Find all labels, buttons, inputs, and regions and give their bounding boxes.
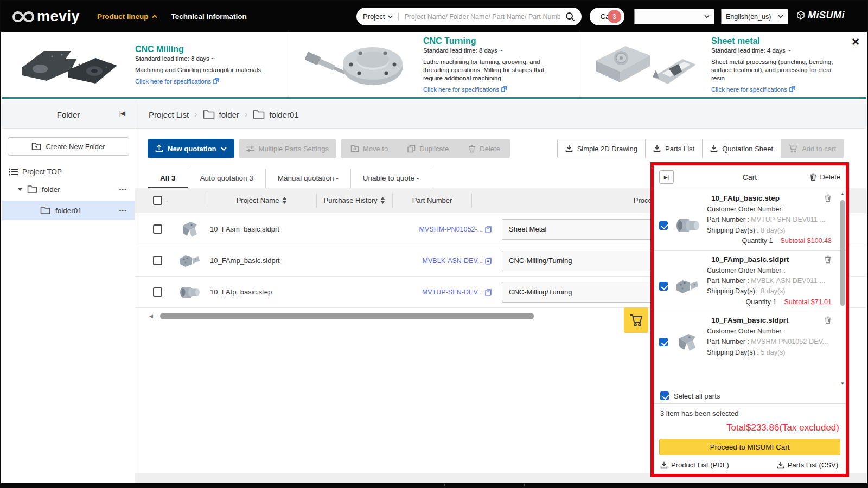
search-category-select[interactable]: Project bbox=[363, 12, 399, 21]
copy-icon[interactable] bbox=[485, 257, 492, 265]
quotation-sheet-button[interactable]: Quotation Sheet bbox=[702, 139, 781, 158]
language-select[interactable]: English(en_us) bbox=[721, 9, 788, 24]
trash-icon[interactable] bbox=[824, 316, 832, 324]
banner-spec-link[interactable]: Click here for specifications bbox=[423, 86, 554, 93]
add-to-cart-button[interactable]: Add to cart bbox=[781, 139, 844, 158]
column-part-number[interactable]: Part Number bbox=[393, 194, 472, 208]
meviy-logo[interactable]: meviy bbox=[12, 8, 80, 25]
cart-item-part: Part Number : MVTUP-SFN-DEV011-... bbox=[707, 215, 832, 225]
trash-icon[interactable] bbox=[824, 194, 832, 202]
breadcrumb-folder[interactable]: folder bbox=[203, 110, 240, 119]
upload-icon bbox=[155, 145, 163, 152]
floating-cart-button[interactable] bbox=[624, 307, 648, 333]
nav-technical-information[interactable]: Technical Information bbox=[171, 12, 247, 21]
search-icon[interactable] bbox=[565, 12, 575, 22]
parts-list-button[interactable]: Parts List bbox=[645, 139, 703, 158]
trash-icon[interactable] bbox=[824, 255, 832, 264]
export-buttons-group: Simple 2D Drawing Parts List Quotation S… bbox=[558, 139, 844, 158]
cnc-turning-image bbox=[298, 36, 414, 93]
scrollbar-thumb[interactable] bbox=[840, 200, 845, 306]
duplicate-button[interactable]: Duplicate bbox=[398, 145, 458, 153]
simple-2d-drawing-button[interactable]: Simple 2D Drawing bbox=[557, 139, 646, 158]
chevron-down-icon bbox=[221, 147, 227, 151]
select-all-parts-row[interactable]: Select all parts bbox=[654, 388, 846, 404]
scroll-down-icon[interactable]: ▼ bbox=[840, 381, 845, 386]
header-empty-select[interactable] bbox=[634, 9, 714, 24]
folder-more-icon[interactable]: ••• bbox=[119, 207, 127, 214]
sort-icon[interactable] bbox=[282, 197, 287, 204]
chevron-up-icon bbox=[152, 15, 157, 18]
row-checkbox[interactable] bbox=[153, 256, 162, 265]
cart-item-part: Part Number : MVSHM-PN01052-DEV... bbox=[707, 337, 832, 347]
breadcrumb-project-list[interactable]: Project List bbox=[149, 110, 189, 119]
tab-unable-to-quote[interactable]: Unable to quote - bbox=[351, 169, 432, 188]
nav-product-lineup[interactable]: Product lineup bbox=[97, 12, 157, 21]
trash-icon bbox=[809, 173, 817, 181]
cart-item-checkbox[interactable] bbox=[659, 282, 668, 291]
cart-item-checkbox[interactable] bbox=[659, 221, 668, 230]
sidebar-collapse-icon[interactable]: |◀ bbox=[119, 110, 125, 117]
misumi-cube-icon bbox=[796, 11, 805, 21]
move-to-folder-icon bbox=[350, 145, 359, 152]
tree-expand-icon[interactable] bbox=[17, 188, 23, 191]
column-project-name[interactable]: Project Name bbox=[207, 194, 317, 208]
cart-item: 10_FAmp_basic.sldprt Customer Order Numb… bbox=[654, 251, 846, 312]
banner-close-icon[interactable]: × bbox=[852, 35, 859, 48]
cart-item-name: 10_FAsm_basic.sldprt bbox=[711, 316, 789, 324]
new-quotation-button[interactable]: New quotation bbox=[148, 139, 234, 158]
copy-icon[interactable] bbox=[485, 226, 492, 233]
search-input[interactable] bbox=[399, 13, 565, 21]
scroll-up-icon[interactable]: ▲ bbox=[840, 191, 845, 196]
sidebar-item-folder01[interactable]: folder01 ••• bbox=[2, 201, 135, 220]
tab-all[interactable]: All 3 bbox=[148, 169, 188, 188]
select-all-checkbox[interactable] bbox=[153, 196, 162, 205]
column-purchase-history[interactable]: Purchase History bbox=[317, 194, 393, 208]
breadcrumb-folder01[interactable]: folder01 bbox=[253, 110, 298, 119]
sidebar-item-folder[interactable]: folder ••• bbox=[2, 180, 135, 198]
download-icon bbox=[565, 145, 573, 152]
delete-button[interactable]: Delete bbox=[458, 145, 510, 153]
scrollbar-thumb[interactable] bbox=[160, 313, 534, 319]
banner-spec-link[interactable]: Click here for specifications bbox=[711, 86, 842, 93]
row-part-number-link[interactable]: MVTUP-SFN-DEV... bbox=[400, 288, 492, 296]
cart-item-checkbox[interactable] bbox=[659, 338, 668, 346]
tab-manual-quotation[interactable]: Manual quotation - bbox=[266, 169, 351, 188]
scroll-left-icon[interactable]: ◀ bbox=[149, 313, 153, 319]
banner-spec-link[interactable]: Click here for specifications bbox=[135, 78, 261, 85]
cart-item: 10_FAtp_basic.step Customer Order Number… bbox=[654, 189, 846, 251]
chevron-down-icon bbox=[388, 15, 393, 18]
sort-icon[interactable] bbox=[380, 197, 385, 204]
breadcrumb-separator: › bbox=[194, 110, 197, 119]
cart-scrollbar[interactable]: ▲ ▼ bbox=[840, 191, 845, 386]
multiple-parts-settings-button[interactable]: Multiple Parts Settings bbox=[239, 139, 336, 158]
proceed-to-misumi-cart-button[interactable]: Proceed to MISUMI Cart bbox=[659, 439, 840, 455]
download-icon bbox=[660, 461, 668, 469]
toolbar: New quotation Multiple Parts Settings Mo… bbox=[148, 139, 844, 158]
move-to-button[interactable]: Move to bbox=[341, 145, 398, 153]
row-part-number-link[interactable]: MVSHM-PN01052-... bbox=[400, 226, 492, 233]
folder-more-icon[interactable]: ••• bbox=[119, 186, 127, 192]
product-list-pdf-link[interactable]: Product List (PDF) bbox=[660, 461, 729, 469]
panel-collapse-icon[interactable]: ▶| bbox=[659, 170, 674, 184]
cart-item-order-label: Customer Order Number : bbox=[707, 326, 832, 337]
external-link-icon bbox=[789, 86, 795, 92]
download-icon bbox=[710, 145, 718, 152]
tab-auto-quotation[interactable]: Auto quotation 3 bbox=[188, 169, 266, 188]
row-part-number-link[interactable]: MVBLK-ASN-DEV... bbox=[400, 257, 492, 265]
row-checkbox[interactable] bbox=[153, 224, 162, 234]
create-new-folder-button[interactable]: Create New Folder bbox=[8, 137, 129, 156]
copy-icon[interactable] bbox=[485, 288, 492, 296]
row-project-name: 10_FAsm_basic.sldprt bbox=[210, 225, 340, 233]
sidebar-item-project-top[interactable]: Project TOP bbox=[9, 168, 135, 176]
row-project-name: 10_FAmp_basic.sldprt bbox=[210, 256, 340, 265]
folder-sidebar: Create New Folder Project TOP folder •••… bbox=[2, 129, 135, 473]
cart-delete-button[interactable]: Delete bbox=[809, 173, 840, 181]
banner-lead-time: Standard lead time: 8 days ~ bbox=[423, 47, 554, 54]
chevron-down-icon bbox=[778, 15, 783, 18]
folder-panel-title: Folder bbox=[57, 110, 80, 119]
horizontal-scrollbar[interactable]: ◀ bbox=[149, 312, 647, 319]
parts-list-csv-link[interactable]: Parts List (CSV) bbox=[777, 461, 838, 469]
meviy-app: meviy Product lineup Technical Informati… bbox=[0, 0, 868, 488]
row-checkbox[interactable] bbox=[153, 287, 162, 297]
select-all-parts-checkbox[interactable] bbox=[660, 391, 669, 400]
